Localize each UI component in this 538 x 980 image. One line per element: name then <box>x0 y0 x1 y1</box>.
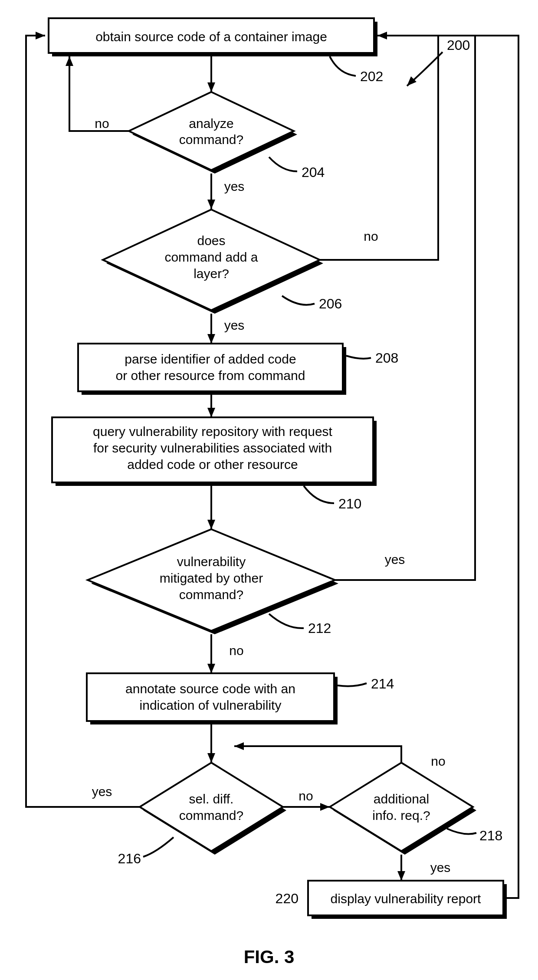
svg-text:sel. diff.: sel. diff. <box>189 792 234 806</box>
step-obtain-source: obtain source code of a container image <box>49 18 377 56</box>
flowchart-fig3: obtain source code of a container image … <box>0 0 538 980</box>
ref-214: 214 <box>371 676 394 692</box>
svg-rect-17 <box>78 344 343 391</box>
ref-200: 200 <box>447 37 470 53</box>
label-yes: yes <box>224 318 245 332</box>
decision-select-different-command: sel. diff. command? <box>140 763 286 855</box>
svg-text:query vulnerability repository: query vulnerability repository with requ… <box>93 424 333 439</box>
ref-206: 206 <box>319 296 342 311</box>
ref-204: 204 <box>302 164 325 180</box>
svg-text:command?: command? <box>179 587 243 602</box>
svg-marker-6 <box>129 92 294 170</box>
svg-text:display vulnerability report: display vulnerability report <box>331 892 481 906</box>
svg-text:command add a: command add a <box>164 250 258 264</box>
label-no: no <box>364 229 378 243</box>
step-annotate-source: annotate source code with an indication … <box>87 673 338 724</box>
svg-text:additional: additional <box>374 792 429 806</box>
decision-analyze-command: analyze command? <box>129 92 297 174</box>
svg-text:analyze: analyze <box>189 116 233 131</box>
svg-text:parse identifier of added code: parse identifier of added code <box>125 352 296 366</box>
ref-220: 220 <box>276 891 299 906</box>
svg-text:obtain source code of a contai: obtain source code of a container image <box>95 29 327 44</box>
ref-216: 216 <box>118 851 141 866</box>
svg-text:mitigated by other: mitigated by other <box>160 571 263 585</box>
svg-marker-44 <box>330 763 473 851</box>
svg-text:or other resource from command: or other resource from command <box>116 368 305 383</box>
figure-label: FIG. 3 <box>244 947 295 967</box>
svg-text:command?: command? <box>179 808 243 823</box>
svg-text:vulnerability: vulnerability <box>177 554 246 569</box>
label-no: no <box>431 754 445 768</box>
label-no: no <box>299 789 313 803</box>
decision-vulnerability-mitigated: vulnerability mitigated by other command… <box>88 529 338 634</box>
label-yes: yes <box>224 179 245 193</box>
ref-212: 212 <box>308 620 331 636</box>
svg-rect-34 <box>87 673 334 721</box>
label-yes: yes <box>92 784 112 799</box>
svg-text:does: does <box>197 233 225 248</box>
step-query-vulnerability-repo: query vulnerability repository with requ… <box>52 417 377 486</box>
step-parse-identifier: parse identifier of added code or other … <box>78 344 346 395</box>
svg-text:command?: command? <box>179 132 243 147</box>
svg-text:added code or other resource: added code or other resource <box>127 457 298 472</box>
svg-text:info. req.?: info. req.? <box>372 808 430 823</box>
svg-text:annotate source code with an: annotate source code with an <box>125 682 295 696</box>
ref-208: 208 <box>375 350 398 366</box>
label-no: no <box>229 643 243 658</box>
step-display-report: display vulnerability report <box>308 881 507 919</box>
svg-text:layer?: layer? <box>194 266 229 281</box>
svg-text:for security vulnerabilities a: for security vulnerabilities associated … <box>93 441 332 455</box>
label-yes: yes <box>430 860 451 875</box>
ref-202: 202 <box>360 69 383 84</box>
svg-marker-39 <box>140 763 283 851</box>
ref-218: 218 <box>479 828 502 843</box>
ref-210: 210 <box>338 496 361 511</box>
label-yes: yes <box>385 552 405 567</box>
decision-adds-layer: does command add a layer? <box>103 210 323 314</box>
decision-additional-info-requested: additional info. req.? <box>330 763 476 855</box>
label-no: no <box>95 116 109 131</box>
svg-text:indication of vulnerability: indication of vulnerability <box>140 698 282 712</box>
